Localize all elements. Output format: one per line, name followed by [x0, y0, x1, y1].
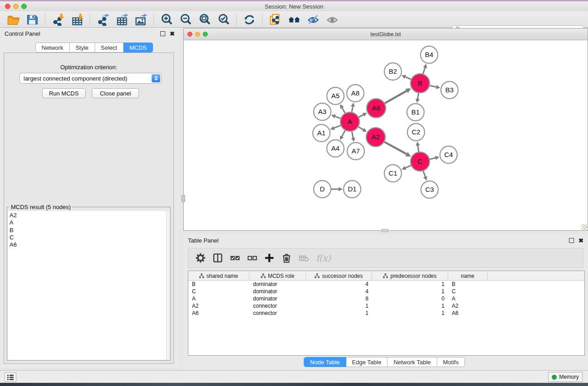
refresh-layout-button[interactable] [242, 13, 257, 26]
tab-style[interactable]: Style [70, 43, 95, 52]
edge-A-A5[interactable] [342, 108, 345, 113]
edge-C-C3[interactable] [423, 171, 425, 177]
table-cell[interactable]: 4 [306, 281, 372, 287]
table-cell[interactable]: 1 [372, 303, 448, 309]
table-cell[interactable]: 1 [372, 288, 448, 295]
edge-A-A6[interactable] [359, 115, 363, 117]
delete-columns-button[interactable] [279, 251, 294, 265]
run-mcds-button[interactable]: Run MCDS [42, 88, 86, 98]
column-header-successor-nodes[interactable]: successor nodes [306, 271, 372, 281]
table-row[interactable]: A6connector11A6 [188, 310, 584, 317]
table-row[interactable]: Adominator80A [188, 295, 584, 302]
settings-gear-button[interactable] [193, 251, 208, 265]
edge-A6-B[interactable] [385, 91, 406, 103]
delete-table-button[interactable] [296, 251, 311, 265]
tab-network-table[interactable]: Network Table [387, 357, 437, 367]
mcds-result-item[interactable]: B [10, 227, 166, 234]
network-horizontal-scroll-thumb[interactable] [382, 229, 388, 232]
graph-node-B2[interactable]: B2 [384, 63, 402, 80]
tab-select[interactable]: Select [95, 43, 124, 52]
mcds-result-scrollbar[interactable] [166, 211, 170, 360]
column-header-name[interactable]: name [448, 271, 488, 281]
edge-A-A2[interactable] [359, 127, 363, 129]
graph-node-D1[interactable]: D1 [344, 181, 361, 198]
edge-C-C1[interactable] [406, 166, 411, 168]
column-header-MCDS-role[interactable]: MCDS role [249, 271, 306, 281]
edge-A-A8[interactable] [352, 106, 353, 112]
table-cell[interactable]: 0 [372, 295, 448, 302]
tab-mcds[interactable]: MCDS [124, 43, 153, 52]
table-cell[interactable]: B [448, 281, 488, 287]
zoom-out-button[interactable] [178, 13, 193, 26]
table-cell[interactable]: A6 [448, 310, 488, 316]
graph-node-A[interactable]: A [340, 112, 359, 131]
graph-node-A8[interactable]: A8 [347, 85, 364, 102]
export-table-button[interactable] [115, 13, 129, 26]
table-cell[interactable]: 4 [306, 288, 372, 295]
hide-all-columns-button[interactable] [244, 251, 260, 265]
new-network-from-selection-button[interactable] [268, 13, 282, 26]
first-neighbors-button[interactable] [287, 13, 301, 26]
float-panel-icon[interactable] [160, 31, 165, 36]
save-session-button[interactable] [25, 13, 39, 26]
graph-node-C2[interactable]: C2 [407, 124, 425, 141]
hide-selected-button[interactable] [306, 13, 320, 26]
table-cell[interactable]: A2 [188, 303, 249, 309]
graph-node-B[interactable]: B [411, 74, 430, 93]
table-cell[interactable]: dominator [249, 295, 306, 302]
close-panel-button[interactable]: Close panel [92, 88, 139, 98]
graph-node-A3[interactable]: A3 [314, 103, 331, 120]
edge-B-B3[interactable] [430, 86, 436, 87]
function-builder-button[interactable]: f(x) [316, 253, 331, 263]
table-cell[interactable]: B [188, 281, 249, 287]
export-image-button[interactable] [134, 13, 148, 26]
graph-node-A7[interactable]: A7 [347, 143, 364, 160]
tab-motifs[interactable]: Motifs [437, 357, 465, 367]
graph-node-B1[interactable]: B1 [407, 104, 424, 121]
zoom-selected-button[interactable] [216, 13, 231, 26]
edge-C-C2[interactable] [418, 146, 419, 152]
edge-B-B1[interactable] [418, 93, 419, 99]
edge-A-A3[interactable] [335, 116, 340, 118]
task-history-button[interactable] [5, 372, 16, 382]
table-cell[interactable]: 8 [306, 295, 372, 302]
table-cell[interactable]: 1 [372, 281, 448, 287]
graph-node-B3[interactable]: B3 [441, 81, 458, 99]
table-float-panel-icon[interactable] [569, 238, 574, 243]
edge-A2-C[interactable] [384, 142, 406, 154]
table-cell[interactable]: A [448, 295, 488, 302]
graph-node-C[interactable]: C [411, 152, 430, 171]
import-network-button[interactable] [51, 13, 65, 26]
graph-node-A6[interactable]: A6 [367, 99, 386, 118]
tab-network[interactable]: Network [35, 43, 70, 52]
table-row[interactable]: A2connector11A2 [188, 302, 584, 310]
optimization-criterion-select[interactable]: largest connected component (directed) [19, 73, 162, 84]
open-session-button[interactable] [6, 13, 20, 26]
tab-node-table[interactable]: Node Table [304, 357, 346, 367]
edge-B-B2[interactable] [406, 77, 411, 79]
edge-B-B4[interactable] [423, 68, 425, 74]
table-cell[interactable]: C [188, 288, 249, 295]
mcds-result-list[interactable]: A2ABCA6 [8, 211, 166, 360]
graph-node-C1[interactable]: C1 [384, 165, 402, 182]
table-cell[interactable]: dominator [249, 281, 306, 287]
table-row[interactable]: Bdominator41B [188, 281, 584, 288]
create-column-button[interactable] [262, 251, 277, 265]
zoom-fit-button[interactable] [197, 13, 212, 26]
select-columns-button[interactable] [210, 251, 225, 265]
table-cell[interactable]: 1 [306, 303, 372, 309]
table-cell[interactable]: C [448, 288, 488, 295]
table-cell[interactable]: 1 [372, 310, 448, 316]
graph-node-D[interactable]: D [314, 181, 331, 198]
graph-node-A1[interactable]: A1 [313, 124, 330, 142]
graph-node-C3[interactable]: C3 [421, 181, 438, 198]
table-cell[interactable]: A6 [188, 310, 249, 316]
close-panel-icon[interactable]: ✖ [170, 31, 175, 36]
table-cell[interactable]: 1 [306, 310, 372, 316]
show-all-button[interactable] [325, 13, 339, 26]
mcds-result-item[interactable]: A2 [10, 212, 166, 219]
show-all-columns-button[interactable] [227, 251, 243, 265]
mcds-result-item[interactable]: A6 [10, 241, 166, 248]
table-cell[interactable]: dominator [249, 288, 306, 295]
edge-A-A7[interactable] [352, 132, 353, 138]
